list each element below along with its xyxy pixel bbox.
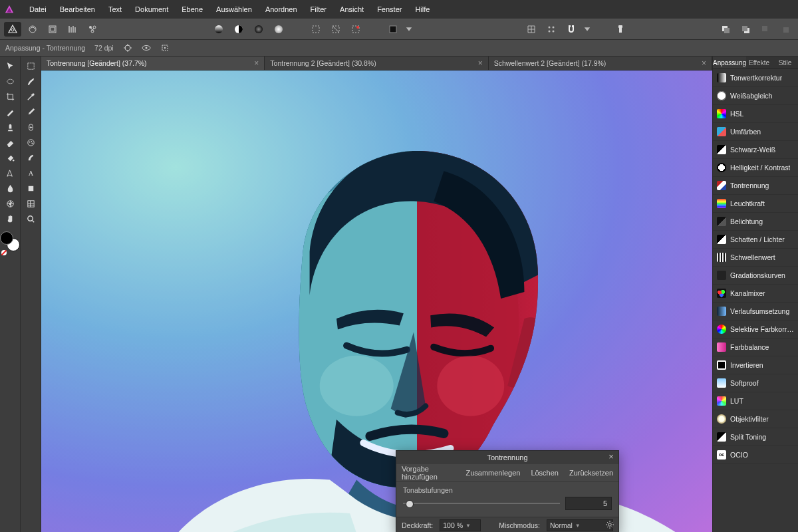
close-icon[interactable]: × [698,59,706,68]
color-swatches[interactable] [0,231,20,251]
rect-select-tool[interactable] [22,59,39,73]
adjustment-item-20[interactable]: Split Toning [713,428,798,446]
dialog-add-preset-button[interactable]: Vorgabe hinzufügen [402,465,466,481]
dialog-blend-dropdown[interactable]: Normal ▼ [547,519,613,531]
adjustment-item-14[interactable]: Selektive Farbkorrektur [713,321,798,338]
persona-photo-button[interactable] [4,22,21,37]
adjustment-item-8[interactable]: Belichtung [713,213,798,231]
menu-filter[interactable]: Filter [304,0,333,19]
smudge-tool[interactable] [22,151,39,165]
close-icon[interactable]: × [474,59,483,68]
magnet-button[interactable] [563,22,580,37]
half-contrast-button[interactable] [230,22,247,37]
persona-liquify-button[interactable] [24,22,41,37]
quick-mask-button[interactable] [347,22,364,37]
menu-auswählen[interactable]: Auswählen [209,0,259,19]
eraser-tool[interactable] [1,136,19,150]
text-tool[interactable]: A [22,166,39,180]
adjustment-item-0[interactable]: Tonwertkorrektur [713,69,798,87]
magnet-dropdown-button[interactable] [583,22,592,37]
dialog-reset-button[interactable]: Zurücksetzen [569,469,613,477]
menu-ebene[interactable]: Ebene [175,0,209,19]
adjustment-item-7[interactable]: Leuchtkraft [713,195,798,213]
adjustment-item-2[interactable]: HSL [713,105,798,123]
sponge-tool[interactable] [22,136,39,150]
ellipse-select-tool[interactable] [1,74,19,88]
persona-tone-button[interactable] [64,22,81,37]
fill-tool[interactable] [1,151,19,165]
grid-tool[interactable] [1,197,19,211]
adjustment-item-3[interactable]: Umfärben [713,123,798,141]
adjustment-item-16[interactable]: Invertieren [713,356,798,374]
adjustment-item-15[interactable]: Farbbalance [713,338,798,356]
adjustment-item-9[interactable]: Schatten / Lichter [713,231,798,249]
document-tab-2[interactable]: Schwellenwert 2 [Geändert] (17.9%)× [489,57,712,70]
menu-anordnen[interactable]: Anordnen [259,0,304,19]
hand-flame-tool[interactable] [1,182,19,196]
radial-light-button[interactable] [270,22,287,37]
persona-export-button[interactable] [84,22,101,37]
dialog-titlebar[interactable]: Tontrennung × [396,451,618,464]
target-icon[interactable] [160,43,170,53]
menu-fenster[interactable]: Fenster [370,0,408,19]
pencil-tool[interactable] [1,105,19,119]
radial-dark-button[interactable] [250,22,267,37]
table-tool[interactable] [22,197,39,211]
arrange-back-button[interactable] [737,22,754,37]
selection-marquee-button[interactable] [307,22,325,37]
menu-datei[interactable]: Datei [23,0,53,19]
shape-tool[interactable] [22,182,39,196]
brush-tool[interactable] [22,74,39,88]
panel-tab-anpassung[interactable]: Anpassung [713,57,746,68]
adjustment-dialog[interactable]: Tontrennung × Vorgabe hinzufügen Zusamme… [396,450,619,532]
crop-tool[interactable] [1,90,19,104]
adjustment-item-17[interactable]: Softproof [713,374,798,392]
snap-options-button[interactable] [543,22,560,37]
adjustment-item-4[interactable]: Schwarz-Weiß [713,141,798,159]
zoom-tool[interactable] [22,212,39,226]
close-icon[interactable]: × [250,59,259,68]
menu-bearbeiten[interactable]: Bearbeiten [53,0,102,19]
paintbrush-tool[interactable] [22,105,39,119]
adjustment-item-21[interactable]: ocOCIO [713,446,798,464]
hand-tool[interactable] [1,212,19,226]
menu-hilfe[interactable]: Hilfe [408,0,436,19]
assistant-button[interactable] [612,22,629,37]
adjustment-item-19[interactable]: Objektivfilter [713,410,798,428]
adjustment-item-6[interactable]: Tontrennung [713,177,798,195]
document-tab-1[interactable]: Tontrennung 2 [Geändert] (30.8%)× [265,57,488,70]
dialog-merge-button[interactable]: Zusammenlegen [466,469,520,477]
eye-icon[interactable] [142,43,151,53]
document-tab-0[interactable]: Tontrennung [Geändert] (37.7%)× [41,57,265,70]
panel-tab-effekte[interactable]: Effekte [746,57,772,68]
menu-dokument[interactable]: Dokument [128,0,175,19]
menu-text[interactable]: Text [102,0,128,19]
heal-tool[interactable] [22,120,39,134]
swatch-button[interactable] [384,22,402,37]
adjustment-item-5[interactable]: Helligkeit / Kontrast [713,159,798,177]
persona-develop-button[interactable] [44,22,61,37]
dialog-param-slider[interactable] [403,499,560,508]
arrange-front-button[interactable] [717,22,734,37]
adjustment-item-18[interactable]: LUT [713,392,798,410]
adjustment-item-10[interactable]: Schwellenwert [713,249,798,267]
selection-lasso-button[interactable] [327,22,344,37]
dialog-gear-icon[interactable] [605,520,614,529]
adjustment-item-12[interactable]: Kanalmixer [713,285,798,303]
adjustment-item-1[interactable]: Weißabgleich [713,87,798,105]
stamp-tool[interactable] [1,120,19,134]
wand-tool[interactable] [22,90,39,104]
menu-ansicht[interactable]: Ansicht [333,0,370,19]
swatch-dropdown-button[interactable] [404,22,414,37]
dialog-param-value[interactable]: 5 [565,497,612,510]
crosshair-icon[interactable] [123,43,132,53]
canvas[interactable]: Tontrennung × Vorgabe hinzufügen Zusamme… [41,70,712,532]
panel-tab-stile[interactable]: Stile [772,57,798,68]
move-tool[interactable] [1,59,19,73]
dialog-opacity-dropdown[interactable]: 100 % ▼ [440,519,481,531]
snap-grid-button[interactable] [523,22,540,37]
pen-tool[interactable] [1,166,19,180]
dialog-delete-button[interactable]: Löschen [531,469,559,477]
dialog-close-icon[interactable]: × [606,452,616,462]
adjustment-item-13[interactable]: Verlaufsumsetzung [713,303,798,321]
